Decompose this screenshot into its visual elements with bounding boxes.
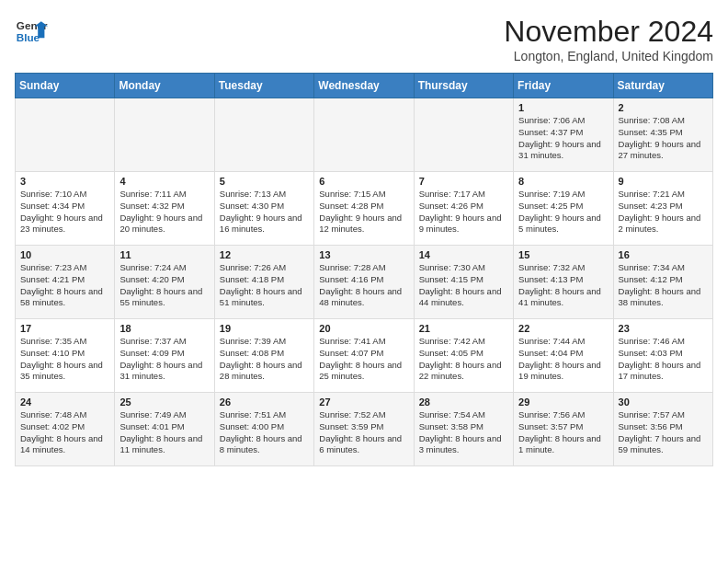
day-info: Sunrise: 7:46 AM Sunset: 4:03 PM Dayligh… — [619, 336, 708, 383]
calendar-cell: 4Sunrise: 7:11 AM Sunset: 4:32 PM Daylig… — [115, 172, 214, 246]
calendar-table: Sunday Monday Tuesday Wednesday Thursday… — [15, 73, 713, 466]
calendar-cell: 12Sunrise: 7:26 AM Sunset: 4:18 PM Dayli… — [214, 246, 313, 319]
day-number: 25 — [119, 396, 209, 408]
calendar-cell: 8Sunrise: 7:19 AM Sunset: 4:25 PM Daylig… — [514, 172, 613, 246]
calendar-week-3: 10Sunrise: 7:23 AM Sunset: 4:21 PM Dayli… — [16, 246, 713, 319]
day-number: 28 — [419, 396, 508, 408]
day-number: 2 — [619, 102, 708, 113]
day-number: 1 — [518, 102, 608, 113]
month-title: November 2024 — [504, 15, 713, 49]
logo: General Blue — [15, 15, 48, 48]
calendar-cell: 5Sunrise: 7:13 AM Sunset: 4:30 PM Daylig… — [214, 172, 313, 246]
day-number: 16 — [619, 249, 708, 260]
calendar-cell: 3Sunrise: 7:10 AM Sunset: 4:34 PM Daylig… — [16, 172, 115, 246]
col-saturday: Saturday — [613, 74, 712, 98]
calendar-cell: 6Sunrise: 7:15 AM Sunset: 4:28 PM Daylig… — [314, 172, 414, 246]
calendar-week-5: 24Sunrise: 7:48 AM Sunset: 4:02 PM Dayli… — [16, 393, 713, 466]
calendar-cell: 1Sunrise: 7:06 AM Sunset: 4:37 PM Daylig… — [514, 98, 613, 172]
day-number: 9 — [619, 176, 708, 187]
calendar-cell — [414, 98, 513, 172]
calendar-cell: 21Sunrise: 7:42 AM Sunset: 4:05 PM Dayli… — [414, 319, 513, 393]
calendar-cell: 19Sunrise: 7:39 AM Sunset: 4:08 PM Dayli… — [214, 319, 313, 393]
calendar-cell — [214, 98, 313, 172]
day-info: Sunrise: 7:21 AM Sunset: 4:23 PM Dayligh… — [619, 189, 708, 236]
calendar-cell: 30Sunrise: 7:57 AM Sunset: 3:56 PM Dayli… — [613, 393, 712, 466]
col-wednesday: Wednesday — [314, 74, 414, 98]
day-info: Sunrise: 7:32 AM Sunset: 4:13 PM Dayligh… — [518, 262, 608, 309]
logo-icon: General Blue — [15, 15, 48, 48]
calendar-cell: 2Sunrise: 7:08 AM Sunset: 4:35 PM Daylig… — [613, 98, 712, 172]
day-info: Sunrise: 7:23 AM Sunset: 4:21 PM Dayligh… — [20, 262, 109, 309]
header-row: Sunday Monday Tuesday Wednesday Thursday… — [16, 74, 713, 98]
calendar-body: 1Sunrise: 7:06 AM Sunset: 4:37 PM Daylig… — [16, 98, 713, 466]
day-number: 4 — [119, 176, 209, 187]
day-number: 30 — [619, 396, 708, 408]
day-info: Sunrise: 7:10 AM Sunset: 4:34 PM Dayligh… — [20, 189, 109, 236]
day-number: 21 — [419, 323, 508, 334]
calendar-cell: 20Sunrise: 7:41 AM Sunset: 4:07 PM Dayli… — [314, 319, 414, 393]
day-number: 17 — [20, 323, 109, 334]
day-number: 24 — [20, 396, 109, 408]
col-tuesday: Tuesday — [214, 74, 313, 98]
day-info: Sunrise: 7:24 AM Sunset: 4:20 PM Dayligh… — [119, 262, 209, 309]
calendar-cell: 11Sunrise: 7:24 AM Sunset: 4:20 PM Dayli… — [115, 246, 214, 319]
day-info: Sunrise: 7:49 AM Sunset: 4:01 PM Dayligh… — [119, 409, 209, 456]
day-number: 29 — [518, 396, 608, 408]
calendar-cell: 23Sunrise: 7:46 AM Sunset: 4:03 PM Dayli… — [613, 319, 712, 393]
day-info: Sunrise: 7:11 AM Sunset: 4:32 PM Dayligh… — [119, 189, 209, 236]
calendar-cell: 29Sunrise: 7:56 AM Sunset: 3:57 PM Dayli… — [514, 393, 613, 466]
col-friday: Friday — [514, 74, 613, 98]
day-number: 13 — [319, 249, 408, 260]
day-number: 8 — [518, 176, 608, 187]
col-sunday: Sunday — [16, 74, 115, 98]
day-number: 15 — [518, 249, 608, 260]
day-info: Sunrise: 7:51 AM Sunset: 4:00 PM Dayligh… — [220, 409, 309, 456]
day-info: Sunrise: 7:37 AM Sunset: 4:09 PM Dayligh… — [119, 336, 209, 383]
day-number: 26 — [220, 396, 309, 408]
day-number: 14 — [419, 249, 508, 260]
day-info: Sunrise: 7:34 AM Sunset: 4:12 PM Dayligh… — [619, 262, 708, 309]
day-info: Sunrise: 7:30 AM Sunset: 4:15 PM Dayligh… — [419, 262, 508, 309]
svg-text:Blue: Blue — [17, 31, 40, 43]
day-number: 20 — [319, 323, 408, 334]
day-number: 22 — [518, 323, 608, 334]
col-thursday: Thursday — [414, 74, 513, 98]
calendar-cell: 7Sunrise: 7:17 AM Sunset: 4:26 PM Daylig… — [414, 172, 513, 246]
day-info: Sunrise: 7:28 AM Sunset: 4:16 PM Dayligh… — [319, 262, 408, 309]
day-info: Sunrise: 7:42 AM Sunset: 4:05 PM Dayligh… — [419, 336, 508, 383]
day-info: Sunrise: 7:35 AM Sunset: 4:10 PM Dayligh… — [20, 336, 109, 383]
day-info: Sunrise: 7:44 AM Sunset: 4:04 PM Dayligh… — [518, 336, 608, 383]
calendar-cell: 25Sunrise: 7:49 AM Sunset: 4:01 PM Dayli… — [115, 393, 214, 466]
calendar-cell: 9Sunrise: 7:21 AM Sunset: 4:23 PM Daylig… — [613, 172, 712, 246]
calendar-cell: 24Sunrise: 7:48 AM Sunset: 4:02 PM Dayli… — [16, 393, 115, 466]
calendar-cell: 18Sunrise: 7:37 AM Sunset: 4:09 PM Dayli… — [115, 319, 214, 393]
day-number: 3 — [20, 176, 109, 187]
calendar-cell — [314, 98, 414, 172]
day-number: 11 — [119, 249, 209, 260]
location: Longton, England, United Kingdom — [504, 49, 713, 63]
day-info: Sunrise: 7:48 AM Sunset: 4:02 PM Dayligh… — [20, 409, 109, 456]
calendar-cell: 13Sunrise: 7:28 AM Sunset: 4:16 PM Dayli… — [314, 246, 414, 319]
day-info: Sunrise: 7:41 AM Sunset: 4:07 PM Dayligh… — [319, 336, 408, 383]
calendar-week-4: 17Sunrise: 7:35 AM Sunset: 4:10 PM Dayli… — [16, 319, 713, 393]
day-info: Sunrise: 7:57 AM Sunset: 3:56 PM Dayligh… — [619, 409, 708, 456]
calendar-cell — [16, 98, 115, 172]
calendar-cell: 16Sunrise: 7:34 AM Sunset: 4:12 PM Dayli… — [613, 246, 712, 319]
calendar-week-1: 1Sunrise: 7:06 AM Sunset: 4:37 PM Daylig… — [16, 98, 713, 172]
day-number: 5 — [220, 176, 309, 187]
day-info: Sunrise: 7:54 AM Sunset: 3:58 PM Dayligh… — [419, 409, 508, 456]
calendar-cell: 27Sunrise: 7:52 AM Sunset: 3:59 PM Dayli… — [314, 393, 414, 466]
day-info: Sunrise: 7:08 AM Sunset: 4:35 PM Dayligh… — [619, 115, 708, 162]
calendar-week-2: 3Sunrise: 7:10 AM Sunset: 4:34 PM Daylig… — [16, 172, 713, 246]
day-number: 12 — [220, 249, 309, 260]
calendar-header: Sunday Monday Tuesday Wednesday Thursday… — [16, 74, 713, 98]
day-info: Sunrise: 7:06 AM Sunset: 4:37 PM Dayligh… — [518, 115, 608, 162]
calendar-cell: 26Sunrise: 7:51 AM Sunset: 4:00 PM Dayli… — [214, 393, 313, 466]
day-number: 27 — [319, 396, 408, 408]
day-number: 18 — [119, 323, 209, 334]
day-info: Sunrise: 7:26 AM Sunset: 4:18 PM Dayligh… — [220, 262, 309, 309]
day-number: 7 — [419, 176, 508, 187]
day-info: Sunrise: 7:19 AM Sunset: 4:25 PM Dayligh… — [518, 189, 608, 236]
calendar-cell: 28Sunrise: 7:54 AM Sunset: 3:58 PM Dayli… — [414, 393, 513, 466]
calendar-cell: 10Sunrise: 7:23 AM Sunset: 4:21 PM Dayli… — [16, 246, 115, 319]
